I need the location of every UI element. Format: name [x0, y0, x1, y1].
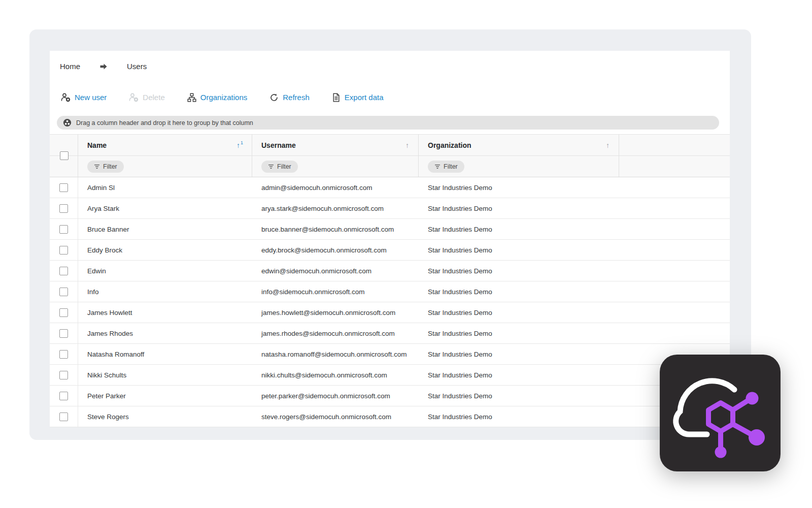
organization-cell: Star Industries Demo: [419, 177, 619, 198]
username-cell: arya.stark@sidemocuh.onmicrosoft.com: [252, 198, 419, 218]
organization-cell: Star Industries Demo: [419, 406, 619, 427]
row-checkbox[interactable]: [59, 204, 68, 213]
table-row[interactable]: James Howlett james.howlett@sidemocuh.on…: [50, 302, 730, 323]
column-header-name[interactable]: Name ↑1: [78, 135, 252, 155]
filter-row: Filter Filter Filter: [50, 155, 730, 177]
row-checkbox[interactable]: [59, 392, 68, 400]
sortable-arrow-icon: ↑: [405, 141, 409, 149]
row-checkbox-cell: [50, 219, 78, 239]
table-row[interactable]: Steve Rogers steve.rogers@sidemocuh.onmi…: [50, 406, 730, 427]
table-row[interactable]: Info info@sidemocuh.onmicrosoft.com Star…: [50, 281, 730, 302]
breadcrumb-users[interactable]: Users: [127, 62, 147, 71]
row-checkbox[interactable]: [59, 267, 68, 275]
sortable-arrow-icon: ↑: [606, 141, 610, 149]
content-panel: Home Users New user: [29, 29, 751, 440]
name-filter-button[interactable]: Filter: [87, 161, 124, 173]
organizations-label: Organizations: [200, 93, 248, 102]
filter-icon: [94, 164, 100, 169]
empty-cell: [619, 240, 730, 260]
username-filter-button[interactable]: Filter: [261, 161, 298, 173]
username-cell: edwin@sidemocuh.onmicrosoft.com: [252, 261, 419, 281]
name-cell: Natasha Romanoff: [78, 344, 252, 364]
organization-filter-button[interactable]: Filter: [428, 161, 464, 173]
row-checkbox-cell: [50, 281, 78, 302]
organization-cell: Star Industries Demo: [419, 219, 619, 239]
filter-cell-username: Filter: [252, 156, 419, 177]
row-checkbox-cell: [50, 302, 78, 323]
empty-cell: [619, 177, 730, 198]
filter-cell-name: Filter: [78, 156, 252, 177]
row-checkbox-cell: [50, 261, 78, 281]
row-checkbox[interactable]: [59, 183, 68, 192]
row-checkbox-cell: [50, 365, 78, 385]
empty-cell: [619, 323, 730, 343]
filter-cell-empty: [619, 156, 730, 177]
sort-asc-indicator: ↑1: [236, 141, 243, 149]
username-cell: james.rhodes@sidemocuh.onmicrosoft.com: [252, 323, 419, 343]
organizations-button[interactable]: Organizations: [185, 92, 250, 103]
group-columns-icon: [63, 118, 72, 127]
row-checkbox[interactable]: [59, 225, 68, 234]
table-header-row: Name ↑1 Username ↑ Organization ↑: [50, 134, 730, 155]
column-header-username[interactable]: Username ↑: [252, 135, 419, 155]
filter-icon: [268, 164, 274, 169]
name-cell: Arya Stark: [78, 198, 252, 218]
filter-checkbox-spacer: [50, 156, 78, 177]
row-checkbox[interactable]: [59, 246, 68, 255]
table-row[interactable]: Admin Sl admin@sidemocuh.onmicrosoft.com…: [50, 177, 730, 198]
row-checkbox[interactable]: [59, 412, 68, 421]
row-checkbox[interactable]: [59, 288, 68, 296]
cloud-molecule-app-logo: [660, 355, 781, 471]
row-checkbox[interactable]: [59, 350, 68, 359]
username-cell: bruce.banner@sidemocuh.onmicrosoft.com: [252, 219, 419, 239]
column-label: Username: [261, 141, 296, 149]
export-data-label: Export data: [345, 93, 384, 102]
refresh-button[interactable]: Refresh: [267, 92, 312, 103]
group-by-drop-zone[interactable]: Drag a column header and drop it here to…: [57, 116, 719, 130]
table-row[interactable]: Arya Stark arya.stark@sidemocuh.onmicros…: [50, 198, 730, 219]
organization-cell: Star Industries Demo: [419, 323, 619, 343]
table-row[interactable]: Edwin edwin@sidemocuh.onmicrosoft.com St…: [50, 261, 730, 281]
new-user-label: New user: [75, 93, 107, 102]
organization-cell: Star Industries Demo: [419, 240, 619, 260]
name-cell: Eddy Brock: [78, 240, 252, 260]
organization-cell: Star Industries Demo: [419, 365, 619, 385]
column-header-organization[interactable]: Organization ↑: [419, 135, 619, 155]
username-cell: natasha.romanoff@sidemocuh.onmicrosoft.c…: [252, 344, 419, 364]
table-row[interactable]: Eddy Brock eddy.brock@sidemocuh.onmicros…: [50, 240, 730, 261]
name-cell: Bruce Banner: [78, 219, 252, 239]
row-checkbox[interactable]: [59, 308, 68, 317]
empty-cell: [619, 219, 730, 239]
row-checkbox-cell: [50, 177, 78, 198]
breadcrumb-home[interactable]: Home: [60, 62, 80, 71]
export-data-button[interactable]: Export data: [330, 92, 386, 103]
row-checkbox-cell: [50, 406, 78, 427]
row-checkbox[interactable]: [59, 371, 68, 379]
table-row[interactable]: Peter Parker peter.parker@sidemocuh.onmi…: [50, 386, 730, 406]
user-remove-icon: [129, 92, 139, 102]
name-cell: Peter Parker: [78, 386, 252, 406]
table-row[interactable]: Nikki Schults nikki.chults@sidemocuh.onm…: [50, 365, 730, 386]
filter-cell-organization: Filter: [419, 156, 619, 177]
table-row[interactable]: Natasha Romanoff natasha.romanoff@sidemo…: [50, 344, 730, 365]
username-cell: eddy.brock@sidemocuh.onmicrosoft.com: [252, 240, 419, 260]
row-checkbox-cell: [50, 240, 78, 260]
row-checkbox[interactable]: [59, 329, 68, 338]
organization-cell: Star Industries Demo: [419, 386, 619, 406]
username-cell: steve.rogers@sidemocuh.onmicrosoft.com: [252, 406, 419, 427]
name-cell: James Howlett: [78, 302, 252, 323]
users-table: Name ↑1 Username ↑ Organization ↑: [50, 134, 730, 427]
refresh-icon: [269, 93, 279, 102]
row-checkbox-cell: [50, 386, 78, 406]
toolbar: New user Delete: [59, 91, 386, 103]
name-cell: Info: [78, 281, 252, 302]
new-user-button[interactable]: New user: [59, 91, 109, 103]
name-cell: Steve Rogers: [78, 406, 252, 427]
table-row[interactable]: James Rhodes james.rhodes@sidemocuh.onmi…: [50, 323, 730, 344]
table-row[interactable]: Bruce Banner bruce.banner@sidemocuh.onmi…: [50, 219, 730, 240]
username-cell: info@sidemocuh.onmicrosoft.com: [252, 281, 419, 302]
username-cell: peter.parker@sidemocuh.onmicrosoft.com: [252, 386, 419, 406]
arrow-right-icon: [99, 63, 108, 70]
user-add-icon: [61, 92, 71, 102]
column-label: Organization: [428, 141, 471, 149]
